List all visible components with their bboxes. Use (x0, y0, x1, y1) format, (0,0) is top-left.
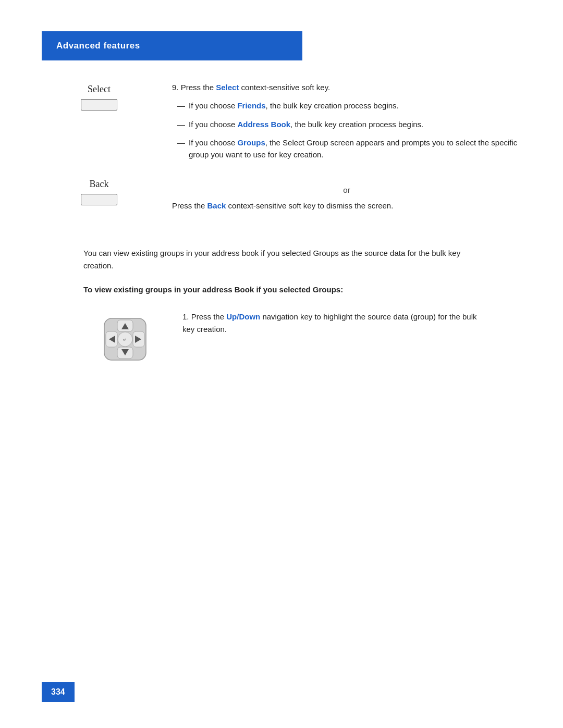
bullet-addressbook-intro: If you choose (189, 120, 237, 129)
nav-pad-left: ↵ (83, 311, 167, 365)
back-button-depiction (81, 194, 117, 205)
back-step-text: Press the Back context-sensitive soft ke… (172, 200, 521, 212)
bullet-addressbook-text: If you choose Address Book, the bulk key… (189, 118, 423, 130)
select-button-depiction (81, 99, 117, 110)
bullet-friends-rest: , the bulk key creation process begins. (266, 101, 399, 110)
step9-end: context-sensitive soft key. (239, 83, 330, 92)
select-right-col: 9. Press the Select context-sensitive so… (156, 81, 521, 161)
svg-text:↵: ↵ (123, 337, 127, 342)
body-paragraph: You can view existing groups in your add… (83, 247, 480, 272)
bullet-friends: — If you choose Friends, the bulk key cr… (177, 100, 521, 112)
step1-bold: Up/Down (226, 312, 260, 321)
bullet-groups-intro: If you choose (189, 138, 237, 147)
bullet-addressbook-bold: Address Book (237, 120, 290, 129)
back-label: Back (90, 179, 109, 190)
bullet-groups-bold: Groups (237, 138, 265, 147)
select-label: Select (88, 84, 111, 95)
back-bold: Back (207, 201, 226, 210)
bullet-groups-dash: — (177, 137, 189, 161)
back-left-col: Back (42, 176, 156, 231)
step1-intro: Press the (191, 312, 227, 321)
back-softkey-group: Back (81, 179, 117, 205)
bullet-addressbook-rest: , the bulk key creation process begins. (290, 120, 423, 129)
page-container: Advanced features Select 9. Press the Se… (0, 0, 563, 728)
back-right-col: or Press the Back context-sensitive soft… (156, 176, 521, 212)
or-line: or (172, 186, 521, 194)
bullet-friends-text: If you choose Friends, the bulk key crea… (189, 100, 399, 112)
step9-intro: Press the (181, 83, 216, 92)
bullet-groups-text: If you choose Groups, the Select Group s… (189, 137, 521, 161)
step9-text: 9. Press the Select context-sensitive so… (172, 81, 521, 93)
bullet-addressbook-dash: — (177, 118, 189, 130)
step1-right: 1. Press the Up/Down navigation key to h… (167, 311, 480, 336)
select-left-col: Select (42, 81, 156, 137)
header-title: Advanced features (56, 41, 140, 51)
bullet-addressbook: — If you choose Address Book, the bulk k… (177, 118, 521, 130)
bullet-friends-dash: — (177, 100, 189, 112)
step9-select-bold: Select (216, 83, 239, 92)
nav-pad-icon: ↵ (102, 316, 149, 363)
sub-heading: To view existing groups in your address … (83, 283, 480, 295)
step1-section: ↵ 1. Press the Up/Down navigation key to… (83, 311, 480, 365)
back-section: Back or Press the Back context-sensitive… (42, 176, 521, 231)
bullet-friends-intro: If you choose (189, 101, 237, 110)
step1-number: 1. (182, 312, 189, 321)
back-text-intro: Press the (172, 201, 207, 210)
back-text-end: context-sensitive soft key to dismiss th… (226, 201, 393, 210)
select-section: Select 9. Press the Select context-sensi… (42, 81, 521, 161)
or-text: or (343, 186, 350, 194)
nav-pad-container: ↵ (99, 313, 151, 365)
page-footer: 334 (42, 682, 75, 702)
select-softkey-group: Select (81, 84, 117, 110)
bullet-friends-bold: Friends (237, 101, 265, 110)
bullet-groups: — If you choose Groups, the Select Group… (177, 137, 521, 161)
page-number: 334 (42, 682, 75, 702)
step9-number: 9. (172, 83, 179, 92)
header-bar: Advanced features (42, 31, 302, 60)
